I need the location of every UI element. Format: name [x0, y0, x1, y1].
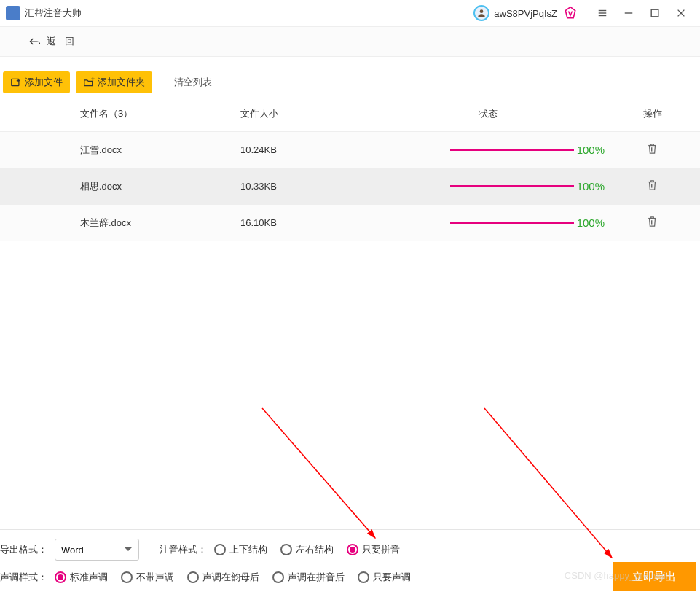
tone-style-label: 声调样式： [0, 571, 47, 584]
progress-bar [450, 222, 574, 224]
tone-style-radio[interactable]: 标准声调 [55, 571, 108, 584]
radio-icon [358, 571, 369, 583]
trash-icon [647, 143, 658, 155]
titlebar: 汇帮注音大师 awS8PVjPqIsZ [0, 0, 700, 26]
trash-icon [647, 179, 658, 191]
file-status: 100% [371, 216, 605, 229]
pinyin-style-radio[interactable]: 左右结构 [280, 543, 334, 556]
options-panel: 导出格式： Word 注音样式： 上下结构左右结构只要拼音 声调样式： 标准声调… [0, 529, 700, 597]
trash-icon [647, 216, 658, 227]
file-table: 文件名（3） 文件大小 状态 操作 江雪.docx 10.24KB 100% 相… [0, 96, 700, 241]
file-size: 16.10KB [240, 217, 371, 228]
add-folder-icon [83, 77, 95, 87]
radio-label: 不带声调 [136, 571, 174, 584]
pinyin-style-radio[interactable]: 上下结构 [214, 543, 267, 556]
file-name: 相思.docx [0, 180, 240, 193]
close-button[interactable] [668, 3, 694, 23]
tone-style-radio[interactable]: 声调在韵母后 [187, 571, 259, 584]
minimize-button[interactable] [616, 3, 642, 23]
svg-line-15 [262, 408, 375, 538]
radio-icon [280, 544, 292, 555]
svg-rect-5 [651, 9, 658, 17]
table-row: 江雪.docx 10.24KB 100% [0, 131, 700, 168]
progress-bar [450, 149, 574, 151]
radio-icon [347, 544, 358, 555]
radio-icon [55, 571, 66, 583]
progress-percent: 100% [577, 216, 605, 229]
radio-label: 上下结构 [229, 543, 267, 556]
delete-button[interactable] [647, 143, 658, 157]
add-file-icon [10, 77, 22, 87]
app-title: 汇帮注音大师 [25, 7, 82, 20]
file-name: 江雪.docx [0, 144, 240, 157]
col-header-size: 文件大小 [240, 107, 371, 120]
username[interactable]: awS8PVjPqIsZ [494, 8, 557, 19]
clear-list-button[interactable]: 清空列表 [167, 71, 219, 93]
radio-icon [272, 571, 284, 583]
delete-button[interactable] [647, 216, 658, 230]
pinyin-style-radio[interactable]: 只要拼音 [347, 543, 400, 556]
radio-label: 声调在拼音后 [288, 571, 345, 584]
radio-label: 只要声调 [373, 571, 411, 584]
progress-bar [450, 185, 574, 187]
tone-style-radio[interactable]: 不带声调 [121, 571, 174, 584]
radio-label: 声调在韵母后 [202, 571, 259, 584]
svg-point-0 [480, 9, 484, 13]
radio-icon [214, 544, 226, 555]
file-status: 100% [371, 144, 605, 156]
col-header-status: 状态 [371, 107, 605, 120]
export-format-label: 导出格式： [0, 543, 47, 556]
radio-label: 左右结构 [296, 543, 334, 556]
app-logo-icon [6, 6, 20, 20]
radio-label: 只要拼音 [362, 543, 400, 556]
col-header-action: 操作 [605, 107, 700, 120]
col-header-name: 文件名（3） [0, 107, 240, 120]
pinyin-style-label: 注音样式： [160, 543, 207, 556]
export-format-select[interactable]: Word [55, 539, 139, 561]
add-folder-label: 添加文件夹 [98, 76, 145, 89]
vip-badge-icon[interactable] [563, 6, 578, 20]
tone-style-radio[interactable]: 声调在拼音后 [272, 571, 345, 584]
radio-label: 标准声调 [70, 571, 108, 584]
tone-style-radio[interactable]: 只要声调 [358, 571, 411, 584]
file-status: 100% [371, 180, 605, 192]
table-row: 相思.docx 10.33KB 100% [0, 168, 700, 204]
back-label: 返 回 [47, 35, 77, 48]
add-folder-button[interactable]: 添加文件夹 [76, 71, 152, 93]
file-name: 木兰辞.docx [0, 216, 240, 230]
annotation-arrow-icon [262, 408, 386, 549]
add-file-button[interactable]: 添加文件 [3, 71, 70, 93]
backbar: 返 回 [0, 26, 700, 57]
toolbar: 添加文件 添加文件夹 清空列表 [0, 63, 700, 96]
file-size: 10.33KB [240, 181, 371, 192]
table-header: 文件名（3） 文件大小 状态 操作 [0, 96, 700, 131]
progress-percent: 100% [577, 144, 605, 156]
back-button[interactable]: 返 回 [29, 35, 77, 48]
export-button[interactable]: 立即导出 [613, 562, 696, 591]
radio-icon [187, 571, 199, 583]
table-row: 木兰辞.docx 16.10KB 100% [0, 204, 700, 241]
progress-percent: 100% [577, 180, 605, 192]
file-size: 10.24KB [240, 144, 371, 155]
radio-icon [121, 571, 133, 583]
menu-button[interactable] [589, 3, 616, 23]
svg-rect-8 [12, 79, 19, 85]
add-file-label: 添加文件 [25, 76, 63, 89]
maximize-button[interactable] [642, 3, 668, 23]
delete-button[interactable] [647, 179, 658, 193]
avatar-icon[interactable] [473, 5, 489, 21]
